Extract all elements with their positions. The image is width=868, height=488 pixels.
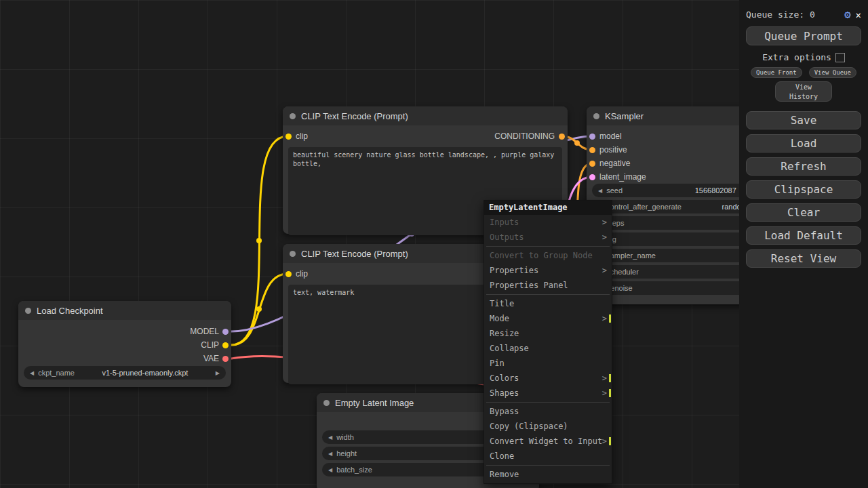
load-button[interactable]: Load [746,134,861,152]
menu-item-pin[interactable]: Pin [484,356,612,371]
input-label-positive: positive [599,145,627,155]
collapse-dot-icon[interactable] [290,251,296,257]
widget-right-arrow-icon[interactable]: ▶ [216,370,220,376]
output-label-vae: VAE [138,354,219,363]
submenu-arrow-icon: > [602,371,607,386]
collapse-dot-icon[interactable] [25,308,31,314]
queue-prompt-button[interactable]: Queue Prompt [746,26,861,45]
widget-left-arrow-icon[interactable]: ◀ [328,467,332,473]
menu-item-collapse[interactable]: Collapse [484,341,612,356]
menu-item-shapes[interactable]: Shapes> [484,386,612,401]
input-label-clip: clip [296,269,308,279]
context-menu: EmptyLatentImage Inputs> Outputs> Conver… [484,200,612,484]
menu-separator [486,465,610,466]
input-slot-clip[interactable] [285,271,292,277]
widget-label: width [336,433,354,441]
output-slot-model[interactable] [222,329,229,335]
menu-separator [486,294,610,295]
menu-item-outputs: Outputs> [484,230,612,245]
input-slot-latent-image[interactable] [589,174,595,180]
submenu-arrow-icon: > [602,311,607,326]
output-slot-clip[interactable] [222,342,229,348]
node-title: Empty Latent Image [335,398,414,408]
extra-options-checkbox[interactable] [835,53,845,62]
save-button[interactable]: Save [746,111,861,129]
submenu-arrow-icon: > [602,386,607,401]
graph-canvas[interactable]: Load Checkpoint MODEL CLIP VAE ◀ ckpt_na… [0,0,868,488]
widget-left-arrow-icon[interactable]: ◀ [30,370,34,376]
widget-value: v1-5-pruned-emaonly.ckpt [79,369,212,377]
submenu-arrow-icon: > [602,434,607,449]
output-label-model: MODEL [138,327,219,336]
node-title: CLIP Text Encode (Prompt) [301,111,408,121]
input-slot-positive[interactable] [589,147,595,153]
menu-item-title[interactable]: Title [484,296,612,311]
reset-view-button[interactable]: Reset View [746,249,861,268]
widget-label: seed [606,186,623,195]
extra-options-label: Extra options [762,52,831,62]
widget-label: height [336,449,357,458]
context-menu-title: EmptyLatentImage [484,201,612,215]
output-slot-vae[interactable] [222,356,229,362]
input-slot-negative[interactable] [589,161,595,167]
submenu-arrow-icon: > [602,263,607,278]
menu-item-colors[interactable]: Colors> [484,371,612,386]
widget-label: ckpt_name [38,369,75,377]
widget-label: control_after_generate [606,203,682,211]
menu-item-copy-clipspace[interactable]: Copy (Clipspace) [484,419,612,434]
menu-item-convert-to-group-node: Convert to Group Node [484,248,612,263]
menu-item-mode[interactable]: Mode> [484,311,612,326]
output-slot-conditioning[interactable] [559,134,565,140]
widget-label: batch_size [336,466,372,474]
submenu-arrow-icon: > [602,215,607,230]
menu-item-clone[interactable]: Clone [484,449,612,464]
input-label-latent-image: latent_image [599,172,646,182]
node-load-checkpoint[interactable]: Load Checkpoint MODEL CLIP VAE ◀ ckpt_na… [18,301,231,387]
menu-separator [486,402,610,403]
close-icon[interactable]: ✕ [856,9,861,20]
widget-left-arrow-icon[interactable]: ◀ [328,451,332,457]
input-label-clip: clip [296,131,308,141]
output-label-conditioning: CONDITIONING [460,131,555,141]
widget-ckpt-name[interactable]: ◀ ckpt_name v1-5-pruned-emaonly.ckpt ▶ [24,366,226,380]
input-label-model: model [599,131,622,141]
node-title: CLIP Text Encode (Prompt) [301,249,408,259]
menu-item-convert-widget-to-input[interactable]: Convert Widget to Input> [484,434,612,449]
queue-front-button[interactable]: Queue Front [751,67,802,78]
menu-item-remove[interactable]: Remove [484,467,612,482]
menu-item-properties[interactable]: Properties> [484,263,612,278]
refresh-button[interactable]: Refresh [746,157,861,176]
input-label-negative: negative [599,159,630,168]
widget-label: sampler_name [606,251,656,260]
menu-separator [486,246,610,247]
node-title: KSampler [605,111,644,121]
view-queue-button[interactable]: View Queue [809,67,856,78]
comfy-menu-panel: Queue size: 0 ⚙ ✕ Queue Prompt Extra opt… [739,0,868,488]
menu-item-properties-panel[interactable]: Properties Panel [484,278,612,293]
collapse-dot-icon[interactable] [323,400,330,406]
load-default-button[interactable]: Load Default [746,226,861,245]
queue-size-label: Queue size: 0 [746,9,840,20]
output-label-clip: CLIP [138,340,219,350]
clear-button[interactable]: Clear [746,203,861,222]
input-slot-clip[interactable] [285,134,292,140]
collapse-dot-icon[interactable] [593,113,599,119]
menu-item-resize[interactable]: Resize [484,326,612,341]
menu-item-bypass[interactable]: Bypass [484,404,612,419]
view-history-button[interactable]: View History [775,81,832,102]
clipspace-button[interactable]: Clipspace [746,180,861,199]
settings-gear-icon[interactable]: ⚙ [844,8,851,21]
node-titlebar: Load Checkpoint [18,301,231,320]
input-slot-model[interactable] [589,134,595,140]
widget-left-arrow-icon[interactable]: ◀ [598,188,602,194]
widget-value: 1566802087 [627,186,757,195]
node-title: Load Checkpoint [37,306,103,316]
widget-left-arrow-icon[interactable]: ◀ [328,434,332,441]
node-titlebar: CLIP Text Encode (Prompt) [283,106,568,125]
menu-item-inputs: Inputs> [484,215,612,230]
submenu-arrow-icon: > [602,230,607,245]
collapse-dot-icon[interactable] [290,113,296,119]
